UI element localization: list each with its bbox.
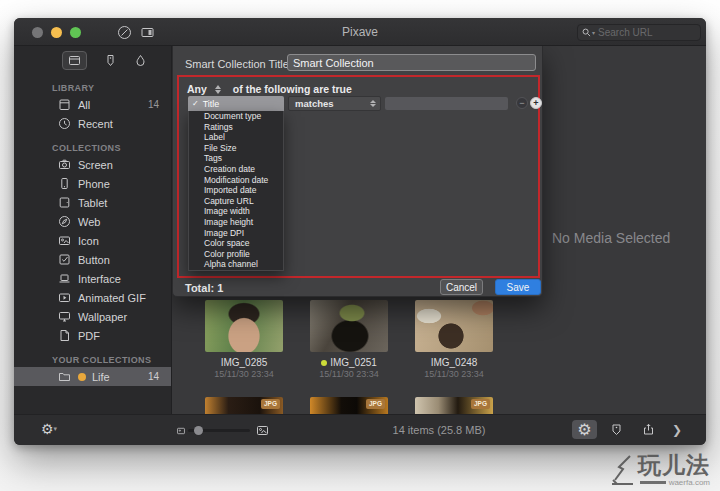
album-icon — [58, 98, 71, 111]
tag-icon — [104, 54, 117, 67]
filetype-badge: JPG — [261, 399, 280, 409]
tab-library[interactable] — [62, 51, 87, 70]
sidebar-item-life[interactable]: Life 14 — [14, 367, 171, 386]
menu-item[interactable]: Image width — [189, 206, 283, 217]
clock-icon — [58, 117, 71, 130]
stepper-icon — [370, 100, 376, 107]
photo-thumbnail-image[interactable] — [205, 300, 283, 352]
tab-tags[interactable] — [104, 54, 117, 67]
sidebar-item-label: Icon — [78, 235, 99, 247]
document-icon — [58, 329, 71, 342]
watermark-domain: waerfa.com — [669, 478, 710, 487]
stepper-icon[interactable] — [215, 85, 221, 94]
sidebar-item-label: All — [78, 99, 90, 111]
search-scope-caret-icon[interactable]: ▾ — [592, 29, 595, 36]
sidebar-item-label: Web — [78, 216, 100, 228]
media-filename: IMG_0285 — [205, 357, 283, 368]
menu-item[interactable]: Image height — [189, 217, 283, 228]
menu-item[interactable]: Document type — [189, 111, 283, 122]
sidebar-item-label: Life — [92, 371, 110, 383]
media-date: 15/11/30 23:34 — [415, 369, 493, 379]
media-thumbnail-partial[interactable]: JPG — [310, 397, 388, 414]
media-thumbnail[interactable]: IMG_0248 15/11/30 23:34 — [415, 300, 493, 379]
tag-button[interactable] — [604, 420, 629, 439]
add-condition-button[interactable]: + — [530, 97, 542, 109]
filetype-badge: JPG — [366, 399, 385, 409]
section-header-library: LIBRARY — [14, 81, 171, 95]
laptop-icon — [58, 272, 71, 285]
share-button[interactable] — [636, 420, 661, 439]
condition-operator-value: matches — [295, 98, 334, 109]
quantifier-popup[interactable]: Any — [187, 83, 207, 95]
monitor-icon — [58, 310, 71, 323]
menu-item[interactable]: Creation date — [189, 164, 283, 175]
condition-operator-popup[interactable]: matches — [288, 96, 381, 111]
sidebar-item-web[interactable]: Web — [14, 212, 171, 231]
section-header-collections: COLLECTIONS — [14, 141, 171, 155]
smart-collection-title-input[interactable] — [287, 54, 536, 71]
search-field[interactable]: ▾ — [577, 24, 701, 41]
sidebar-item-button[interactable]: Button — [14, 250, 171, 269]
search-input[interactable] — [598, 27, 696, 38]
menu-item[interactable]: Ratings — [189, 122, 283, 133]
menu-item[interactable]: Imported date — [189, 185, 283, 196]
menu-item[interactable]: Capture URL — [189, 196, 283, 207]
sidebar-item-icon[interactable]: Icon — [14, 231, 171, 250]
collection-color-dot — [78, 373, 86, 381]
media-thumbnail-partial[interactable]: JPG — [415, 397, 493, 414]
image-icon — [58, 234, 71, 247]
media-date: 15/11/30 23:34 — [205, 369, 283, 379]
tablet-icon — [58, 196, 71, 209]
settings-gear-button[interactable]: ⚙▾ — [41, 421, 57, 437]
menu-item[interactable]: Color space — [189, 238, 283, 249]
cancel-button[interactable]: Cancel — [440, 279, 483, 295]
source-segmented-control — [14, 46, 171, 73]
sidebar-item-all[interactable]: All 14 — [14, 95, 171, 114]
media-thumbnail[interactable]: IMG_0251 15/11/30 23:34 — [310, 300, 388, 379]
condition-value-input[interactable] — [385, 97, 508, 110]
menu-item[interactable]: Color profile — [189, 249, 283, 260]
sidebar-item-label: Interface — [78, 273, 121, 285]
watermark-title: 玩儿法 — [638, 453, 710, 477]
sidebar-item-pdf[interactable]: PDF — [14, 326, 171, 345]
sidebar-item-animated-gif[interactable]: Animated GIF — [14, 288, 171, 307]
item-count: 14 — [148, 371, 159, 382]
info-gear-button[interactable]: ⚙ — [572, 420, 597, 439]
app-window: Pixave ▾ LIBRARY All 14 Recen — [14, 18, 706, 445]
sidebar-item-label: Button — [78, 254, 110, 266]
sidebar-item-screen[interactable]: Screen — [14, 155, 171, 174]
match-rule-row: Any of the following are true — [179, 82, 352, 96]
menu-item[interactable]: Tags — [189, 153, 283, 164]
menu-item[interactable]: Modification date — [189, 175, 283, 186]
open-inspector-chevron[interactable]: ❯ — [672, 423, 682, 437]
sidebar-item-label: Animated GIF — [78, 292, 146, 304]
sidebar-item-tablet[interactable]: Tablet — [14, 193, 171, 212]
item-count: 14 — [148, 99, 159, 110]
gear-icon: ⚙ — [577, 420, 591, 439]
camera-icon — [58, 158, 71, 171]
sidebar-item-interface[interactable]: Interface — [14, 269, 171, 288]
tab-colors[interactable] — [134, 54, 147, 67]
menu-item[interactable]: Image DPI — [189, 228, 283, 239]
sidebar-item-label: Tablet — [78, 197, 107, 209]
no-media-selected-text: No Media Selected — [552, 230, 670, 246]
save-button[interactable]: Save — [495, 279, 541, 295]
sidebar-item-phone[interactable]: Phone — [14, 174, 171, 193]
remove-condition-button[interactable]: − — [516, 97, 528, 109]
sidebar-item-wallpaper[interactable]: Wallpaper — [14, 307, 171, 326]
photo-thumbnail-image[interactable] — [310, 300, 388, 352]
folder-icon — [58, 370, 71, 383]
media-thumbnail[interactable]: IMG_0285 15/11/30 23:34 — [205, 300, 283, 379]
condition-field-popup[interactable]: ✓ Title — [188, 96, 284, 111]
waerfa-logo-icon — [610, 453, 638, 487]
label-dot — [321, 360, 327, 366]
phone-icon — [58, 177, 71, 190]
sidebar-item-recent[interactable]: Recent — [14, 114, 171, 133]
menu-item[interactable]: Label — [189, 132, 283, 143]
sidebar-item-label: Recent — [78, 118, 113, 130]
menu-item[interactable]: File Size — [189, 143, 283, 154]
media-thumbnail-partial[interactable]: JPG — [205, 397, 283, 414]
smart-collection-dialog: Smart Collection Title: Any of the follo… — [172, 46, 543, 297]
menu-item[interactable]: Alpha channel — [189, 259, 283, 270]
photo-thumbnail-image[interactable] — [415, 300, 493, 352]
